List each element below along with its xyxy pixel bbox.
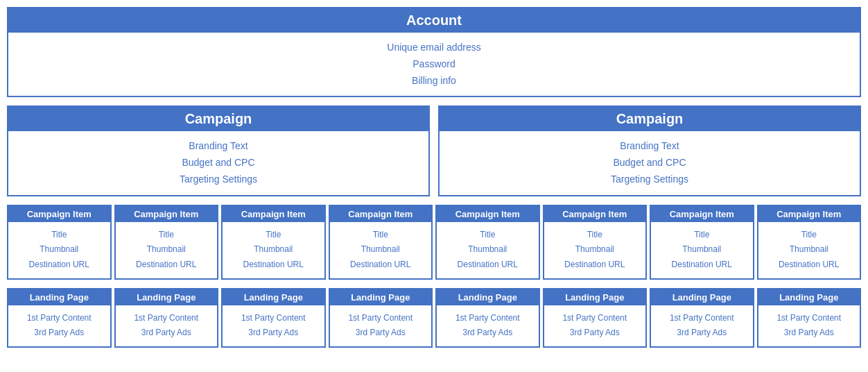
campaign-item-field: Thumbnail: [225, 242, 322, 257]
landing-page-header-2: Landing Page: [223, 289, 324, 305]
campaign-item-field: Thumbnail: [761, 242, 858, 257]
landing-page-field: 1st Party Content: [333, 311, 429, 326]
landing-page-block-5: Landing Page1st Party Content3rd Party A…: [543, 288, 648, 348]
campaign-item-text: Budget and CPC: [15, 155, 422, 171]
landing-page-header-7: Landing Page: [758, 289, 860, 305]
campaign-item-header-4: Campaign Item: [437, 206, 539, 222]
campaign-item-field: Destination URL: [11, 257, 107, 273]
landing-page-block-2: Landing Page1st Party Content3rd Party A…: [221, 288, 326, 348]
landing-page-field: 3rd Party Ads: [11, 326, 107, 341]
campaign-item-block-2: Campaign ItemTitleThumbnailDestination U…: [221, 205, 326, 280]
landing-page-field: 3rd Party Ads: [333, 326, 429, 341]
landing-page-field: 3rd Party Ads: [225, 326, 322, 341]
account-body: Unique email addressPasswordBilling info: [8, 33, 860, 96]
campaign-item-block-5: Campaign ItemTitleThumbnailDestination U…: [543, 205, 648, 280]
campaign-block-0: CampaignBranding TextBudget and CPCTarge…: [7, 105, 430, 196]
landing-page-body-0: 1st Party Content3rd Party Ads: [8, 305, 110, 346]
campaign-item-header-2: Campaign Item: [223, 206, 324, 222]
landing-page-header-4: Landing Page: [437, 289, 539, 305]
campaign-item-block-4: Campaign ItemTitleThumbnailDestination U…: [435, 205, 540, 280]
landing-page-field: 1st Party Content: [761, 311, 858, 326]
landing-pages-row: Landing Page1st Party Content3rd Party A…: [7, 288, 861, 348]
landing-page-field: 3rd Party Ads: [547, 326, 643, 341]
campaign-item-field: Title: [225, 228, 322, 243]
campaign-item-field: Title: [333, 228, 429, 243]
campaign-item-body-5: TitleThumbnailDestination URL: [544, 222, 646, 278]
landing-page-body-5: 1st Party Content3rd Party Ads: [544, 305, 646, 346]
campaign-item-field: Destination URL: [547, 257, 643, 273]
campaign-item-block-3: Campaign ItemTitleThumbnailDestination U…: [329, 205, 433, 280]
landing-page-body-4: 1st Party Content3rd Party Ads: [437, 305, 539, 346]
campaign-item-field: Thumbnail: [547, 242, 643, 257]
campaign-item-field: Title: [11, 228, 107, 243]
landing-page-body-1: 1st Party Content3rd Party Ads: [116, 305, 218, 346]
campaign-item-field: Title: [119, 228, 215, 243]
landing-page-header-6: Landing Page: [651, 289, 753, 305]
campaign-item-text: Branding Text: [15, 138, 422, 155]
landing-page-field: 3rd Party Ads: [761, 326, 858, 341]
landing-page-body-2: 1st Party Content3rd Party Ads: [223, 305, 324, 346]
campaign-item-text: Targeting Settings: [446, 171, 853, 188]
campaign-item-body-6: TitleThumbnailDestination URL: [651, 222, 753, 278]
campaign-item-field: Thumbnail: [119, 242, 215, 257]
landing-page-header-3: Landing Page: [330, 289, 432, 305]
account-item: Password: [15, 56, 853, 73]
campaign-item-text: Budget and CPC: [446, 155, 853, 171]
campaign-item-body-4: TitleThumbnailDestination URL: [437, 222, 539, 278]
landing-page-body-3: 1st Party Content3rd Party Ads: [330, 305, 432, 346]
account-section: Account Unique email addressPasswordBill…: [7, 7, 861, 97]
landing-page-body-6: 1st Party Content3rd Party Ads: [651, 305, 753, 346]
campaign-item-field: Thumbnail: [333, 242, 429, 257]
campaign-item-field: Destination URL: [119, 257, 215, 273]
landing-page-block-4: Landing Page1st Party Content3rd Party A…: [435, 288, 540, 348]
landing-page-header-1: Landing Page: [116, 289, 218, 305]
landing-page-field: 1st Party Content: [440, 311, 536, 326]
campaign-item-field: Title: [547, 228, 643, 243]
campaign-block-1: CampaignBranding TextBudget and CPCTarge…: [438, 105, 861, 196]
landing-page-header-5: Landing Page: [544, 289, 646, 305]
landing-page-field: 3rd Party Ads: [440, 326, 536, 341]
campaign-item-text: Branding Text: [446, 138, 853, 155]
campaign-item-header-3: Campaign Item: [330, 206, 432, 222]
landing-page-field: 1st Party Content: [547, 311, 643, 326]
landing-page-block-3: Landing Page1st Party Content3rd Party A…: [329, 288, 433, 348]
campaign-item-field: Thumbnail: [11, 242, 107, 257]
campaign-item-body-0: TitleThumbnailDestination URL: [8, 222, 110, 278]
campaign-item-header-7: Campaign Item: [758, 206, 860, 222]
campaign-item-header-5: Campaign Item: [544, 206, 646, 222]
campaign-item-field: Destination URL: [333, 257, 429, 273]
landing-page-field: 1st Party Content: [225, 311, 322, 326]
landing-page-header-0: Landing Page: [8, 289, 110, 305]
campaign-item-block-6: Campaign ItemTitleThumbnailDestination U…: [650, 205, 754, 280]
campaign-item-field: Title: [761, 228, 858, 243]
campaign-items-row: Campaign ItemTitleThumbnailDestination U…: [7, 205, 861, 280]
landing-page-field: 1st Party Content: [119, 311, 215, 326]
landing-page-block-7: Landing Page1st Party Content3rd Party A…: [757, 288, 862, 348]
campaign-item-field: Title: [654, 228, 750, 243]
campaign-item-field: Title: [440, 228, 536, 243]
landing-page-block-1: Landing Page1st Party Content3rd Party A…: [114, 288, 219, 348]
landing-page-block-6: Landing Page1st Party Content3rd Party A…: [650, 288, 754, 348]
account-header: Account: [8, 8, 860, 33]
campaign-item-block-1: Campaign ItemTitleThumbnailDestination U…: [114, 205, 219, 280]
campaign-item-block-0: Campaign ItemTitleThumbnailDestination U…: [7, 205, 112, 280]
campaign-row: CampaignBranding TextBudget and CPCTarge…: [7, 105, 861, 196]
account-item: Unique email address: [15, 40, 853, 56]
campaign-item-header-6: Campaign Item: [651, 206, 753, 222]
campaign-item-field: Destination URL: [440, 257, 536, 273]
campaign-header-1: Campaign: [440, 107, 860, 131]
campaign-item-field: Destination URL: [761, 257, 858, 273]
campaign-body-1: Branding TextBudget and CPCTargeting Set…: [440, 131, 860, 194]
campaign-item-text: Targeting Settings: [15, 171, 422, 188]
campaign-item-body-7: TitleThumbnailDestination URL: [758, 222, 860, 278]
campaign-item-block-7: Campaign ItemTitleThumbnailDestination U…: [757, 205, 862, 280]
campaign-item-field: Thumbnail: [654, 242, 750, 257]
campaign-item-body-3: TitleThumbnailDestination URL: [330, 222, 432, 278]
campaign-item-field: Destination URL: [225, 257, 322, 273]
landing-page-field: 3rd Party Ads: [654, 326, 750, 341]
landing-page-field: 1st Party Content: [654, 311, 750, 326]
campaign-item-body-2: TitleThumbnailDestination URL: [223, 222, 324, 278]
account-item: Billing info: [15, 73, 853, 90]
landing-page-block-0: Landing Page1st Party Content3rd Party A…: [7, 288, 112, 348]
landing-page-field: 1st Party Content: [11, 311, 107, 326]
